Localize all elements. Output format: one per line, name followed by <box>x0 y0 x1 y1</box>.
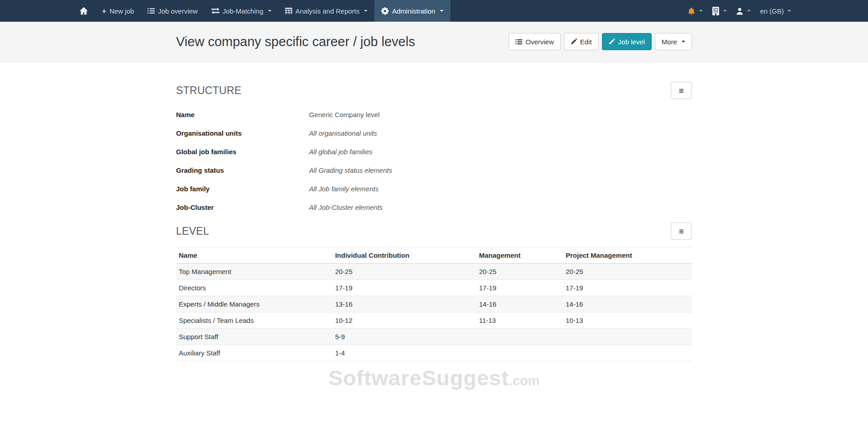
cell-project-management: 20-25 <box>563 264 692 280</box>
cell-management: 11-13 <box>476 312 563 329</box>
watermark-text: SoftwareSuggest <box>329 366 509 390</box>
field-label: Global job families <box>176 148 309 156</box>
cell-management: 20-25 <box>476 264 563 280</box>
edit-button-label: Edit <box>580 38 592 46</box>
table-row: Specialists / Team Leads 10-12 11-13 10-… <box>176 312 692 329</box>
column-header-management: Management <box>476 247 563 264</box>
table-row: Top Management 20-25 20-25 20-25 <box>176 264 692 280</box>
hamburger-icon: ≡ <box>679 227 684 236</box>
page-title: View company specific career / job level… <box>176 34 415 49</box>
building-icon <box>712 7 720 15</box>
cell-management <box>476 329 563 345</box>
overview-button[interactable]: Overview <box>509 33 561 50</box>
field-value: Generic Company level <box>309 111 380 118</box>
more-button-label: More <box>662 38 677 46</box>
cell-individual-contribution: 17-19 <box>332 280 476 296</box>
nav-item-administration[interactable]: Administration <box>374 0 450 22</box>
nav-home[interactable] <box>72 0 95 22</box>
gear-icon <box>381 7 389 15</box>
cell-project-management: 10-13 <box>563 312 692 329</box>
cell-individual-contribution: 10-12 <box>332 312 476 329</box>
exchange-icon <box>211 8 219 14</box>
chevron-down-icon <box>364 10 367 12</box>
navbar-right: en (GB) <box>683 0 796 22</box>
field-job-family: Job family All Job family elements <box>176 185 692 193</box>
cell-project-management <box>563 345 692 361</box>
level-table: Name Individual Contribution Management … <box>176 247 692 361</box>
edit-button[interactable]: Edit <box>564 33 599 50</box>
top-navbar: + New job Job overview Job-Matching Anal… <box>0 0 868 22</box>
nav-item-label: Job-Matching <box>223 7 263 15</box>
nav-item-job-overview[interactable]: Job overview <box>141 0 205 22</box>
field-grading-status: Grading status All Grading status elemen… <box>176 166 692 174</box>
cell-individual-contribution: 5-9 <box>332 329 476 345</box>
hamburger-icon: ≡ <box>679 86 684 95</box>
pencil-icon <box>609 38 615 45</box>
nav-item-label: New job <box>110 7 134 15</box>
cell-project-management: 17-19 <box>563 280 692 296</box>
nav-item-label: Administration <box>392 7 435 15</box>
field-value: All global job families <box>309 148 372 156</box>
cell-level-name: Top Management <box>176 264 332 280</box>
list-icon <box>515 39 522 45</box>
language-menu[interactable]: en (GB) <box>755 7 796 15</box>
cell-individual-contribution: 1-4 <box>332 345 476 361</box>
user-menu[interactable] <box>731 7 755 15</box>
cell-level-name: Experts / Middle Managers <box>176 296 332 312</box>
plus-icon: + <box>102 7 106 15</box>
field-label: Name <box>176 111 309 118</box>
table-icon <box>285 8 292 14</box>
field-name: Name Generic Company level <box>176 111 692 118</box>
cell-project-management <box>563 329 692 345</box>
chevron-down-icon <box>787 10 791 12</box>
field-label: Job-Cluster <box>176 203 309 211</box>
chevron-down-icon <box>440 10 444 12</box>
company-menu[interactable] <box>707 7 731 15</box>
nav-item-analysis-reports[interactable]: Analysis and Reports <box>278 0 375 22</box>
watermark: SoftwareSuggest.com <box>0 365 868 390</box>
field-label: Grading status <box>176 166 309 174</box>
home-icon <box>79 7 88 15</box>
chevron-down-icon <box>747 10 751 12</box>
language-label: en (GB) <box>760 7 784 15</box>
job-level-button[interactable]: Job level <box>602 33 652 50</box>
nav-item-new-job[interactable]: + New job <box>95 0 141 22</box>
structure-menu-button[interactable]: ≡ <box>671 82 692 99</box>
field-label: Job family <box>176 185 309 193</box>
header-actions: Overview Edit Job level More <box>509 33 692 50</box>
user-icon <box>736 7 744 15</box>
nav-item-job-matching[interactable]: Job-Matching <box>205 0 278 22</box>
list-icon <box>148 8 155 14</box>
table-row: Experts / Middle Managers 13-16 14-16 14… <box>176 296 692 312</box>
table-header-row: Name Individual Contribution Management … <box>176 247 692 264</box>
level-heading: LEVEL <box>176 225 209 237</box>
chevron-down-icon <box>268 10 272 12</box>
structure-section-header: STRUCTURE ≡ <box>176 82 692 99</box>
more-button[interactable]: More <box>655 33 692 50</box>
nav-item-label: Analysis and Reports <box>296 7 360 15</box>
cell-individual-contribution: 20-25 <box>332 264 476 280</box>
column-header-project-management: Project Management <box>563 247 692 264</box>
level-section-header: LEVEL ≡ <box>176 222 692 240</box>
main-content: STRUCTURE ≡ Name Generic Company level O… <box>176 82 692 361</box>
cell-project-management: 14-16 <box>563 296 692 312</box>
field-value: All Grading status elements <box>309 166 392 174</box>
cell-level-name: Specialists / Team Leads <box>176 312 332 329</box>
table-row: Auxiliary Staff 1-4 <box>176 345 692 361</box>
column-header-name: Name <box>176 247 332 264</box>
watermark-suffix: .com <box>509 374 540 388</box>
level-menu-button[interactable]: ≡ <box>671 222 692 240</box>
cell-level-name: Support Staff <box>176 329 332 345</box>
cell-individual-contribution: 13-16 <box>332 296 476 312</box>
chevron-down-icon <box>699 10 703 12</box>
overview-button-label: Overview <box>525 38 554 46</box>
column-header-individual-contribution: Individual Contribution <box>332 247 476 264</box>
notifications-menu[interactable] <box>683 7 707 15</box>
field-label: Organisational units <box>176 129 309 137</box>
bell-icon <box>687 7 696 15</box>
cell-management: 17-19 <box>476 280 563 296</box>
structure-heading: STRUCTURE <box>176 85 242 97</box>
job-level-button-label: Job level <box>618 38 645 46</box>
field-global-job-families: Global job families All global job famil… <box>176 148 692 156</box>
structure-fields: Name Generic Company level Organisationa… <box>176 111 692 211</box>
